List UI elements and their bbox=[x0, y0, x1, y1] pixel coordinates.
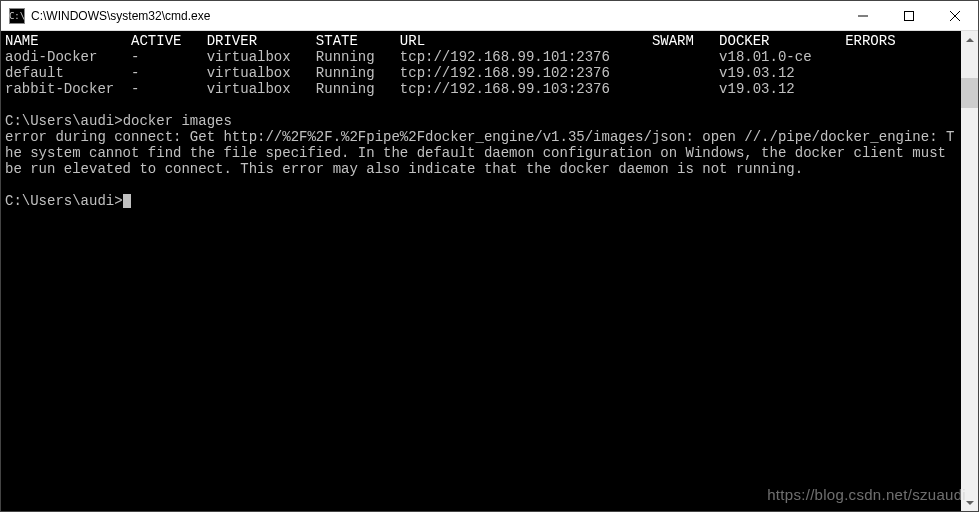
minimize-button[interactable] bbox=[840, 1, 886, 31]
maximize-icon bbox=[904, 11, 914, 21]
scroll-down-button[interactable] bbox=[961, 494, 978, 511]
window-title: C:\WINDOWS\system32\cmd.exe bbox=[31, 9, 210, 23]
table-row: rabbit-Docker - virtualbox Running tcp:/… bbox=[5, 81, 845, 97]
svg-marker-4 bbox=[966, 38, 974, 42]
prompt-line: C:\Users\audi> bbox=[5, 193, 131, 209]
chevron-up-icon bbox=[966, 38, 974, 42]
minimize-icon bbox=[858, 11, 868, 21]
scroll-thumb[interactable] bbox=[961, 78, 978, 108]
prompt-line: C:\Users\audi>docker images bbox=[5, 113, 232, 129]
error-text: error during connect: Get http://%2F%2F.… bbox=[5, 129, 954, 177]
terminal-output[interactable]: NAME ACTIVE DRIVER STATE URL SWARM DOCKE… bbox=[1, 31, 961, 511]
close-icon bbox=[950, 11, 960, 21]
cmd-window: C:\ C:\WINDOWS\system32\cmd.exe NAME ACT… bbox=[0, 0, 979, 512]
close-button[interactable] bbox=[932, 1, 978, 31]
titlebar[interactable]: C:\ C:\WINDOWS\system32\cmd.exe bbox=[1, 1, 978, 31]
svg-rect-1 bbox=[905, 11, 914, 20]
svg-marker-5 bbox=[966, 501, 974, 505]
table-row: aodi-Docker - virtualbox Running tcp://1… bbox=[5, 49, 845, 65]
maximize-button[interactable] bbox=[886, 1, 932, 31]
table-header-row: NAME ACTIVE DRIVER STATE URL SWARM DOCKE… bbox=[5, 33, 896, 49]
chevron-down-icon bbox=[966, 501, 974, 505]
scroll-up-button[interactable] bbox=[961, 31, 978, 48]
vertical-scrollbar[interactable] bbox=[961, 31, 978, 511]
cursor bbox=[123, 194, 131, 208]
scroll-track[interactable] bbox=[961, 48, 978, 494]
table-row: default - virtualbox Running tcp://192.1… bbox=[5, 65, 845, 81]
cmd-icon: C:\ bbox=[9, 8, 25, 24]
